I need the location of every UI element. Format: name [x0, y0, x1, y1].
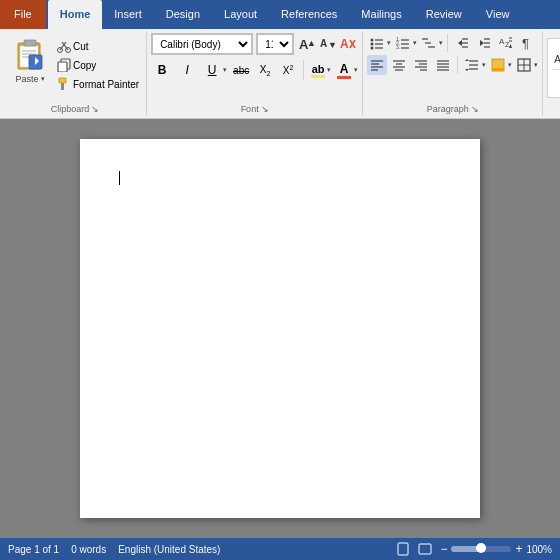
strikethrough-button[interactable]: abc — [230, 59, 252, 81]
svg-rect-15 — [61, 83, 64, 90]
svg-rect-82 — [398, 543, 408, 555]
svg-text:3.: 3. — [396, 44, 400, 50]
ribbon: Paste ▾ Cut — [0, 29, 560, 119]
underline-button[interactable]: U — [201, 59, 223, 81]
borders-dropdown[interactable]: ▾ — [534, 61, 538, 69]
styles-label: Styles — [547, 102, 560, 114]
sort-button[interactable]: A Z — [496, 33, 516, 53]
line-spacing-dropdown[interactable]: ▾ — [482, 61, 486, 69]
zoom-out[interactable]: − — [440, 542, 447, 556]
clipboard-small-buttons: Cut Copy Format Pain — [54, 33, 142, 93]
document-page[interactable] — [80, 139, 480, 518]
subscript-button[interactable]: X2 — [255, 60, 275, 80]
tab-design[interactable]: Design — [154, 0, 212, 29]
zoom-slider[interactable] — [451, 546, 511, 552]
justify-icon — [435, 57, 451, 73]
format-painter-button[interactable]: Format Painter — [54, 75, 142, 93]
bullets-dropdown[interactable]: ▾ — [387, 39, 391, 47]
svg-rect-74 — [492, 68, 504, 71]
tab-file[interactable]: File — [0, 0, 46, 29]
multilevel-button[interactable] — [419, 33, 439, 53]
borders-button[interactable] — [514, 55, 534, 75]
shading-dropdown[interactable]: ▾ — [508, 61, 512, 69]
multilevel-with-dropdown: ▾ — [419, 33, 443, 53]
numbering-with-dropdown: 1. 2. 3. ▾ — [393, 33, 417, 53]
align-right-button[interactable] — [411, 55, 431, 75]
sort-icon: A Z — [498, 35, 514, 51]
align-left-button[interactable] — [367, 55, 387, 75]
font-shrink-button[interactable]: A▼ — [318, 34, 336, 54]
font-size-select[interactable]: 11 — [257, 34, 293, 54]
paragraph-label: Paragraph ↘ — [367, 102, 538, 114]
decrease-indent-button[interactable] — [452, 33, 472, 53]
svg-point-27 — [371, 47, 374, 50]
font-expand-icon[interactable]: ↘ — [261, 104, 269, 114]
tab-insert[interactable]: Insert — [102, 0, 154, 29]
svg-text:A: A — [340, 37, 349, 51]
font-color-button[interactable]: A — [334, 61, 354, 80]
view-mode-print[interactable] — [396, 542, 410, 556]
cut-button[interactable]: Cut — [54, 37, 142, 55]
tab-references[interactable]: References — [269, 0, 349, 29]
highlight-button[interactable]: ab — [309, 62, 327, 79]
underline-with-dropdown: U ▾ — [201, 59, 227, 81]
font-group: Calibri (Body) 11 A▲ A▼ — [147, 31, 363, 116]
paste-dropdown-arrow[interactable]: ▾ — [41, 75, 45, 83]
borders-icon — [516, 57, 532, 73]
bold-button[interactable]: B — [151, 59, 173, 81]
paste-icon — [14, 37, 46, 73]
zoom-in[interactable]: + — [515, 542, 522, 556]
justify-button[interactable] — [433, 55, 453, 75]
svg-text:▼: ▼ — [328, 40, 335, 50]
svg-text:Z: Z — [505, 41, 510, 48]
copy-label: Copy — [73, 60, 96, 71]
tab-view[interactable]: View — [474, 0, 522, 29]
numbering-dropdown[interactable]: ▾ — [413, 39, 417, 47]
font-color-bar — [337, 76, 351, 79]
para-row-2: ▾ ▾ — [367, 55, 538, 75]
clipboard-expand-icon[interactable]: ↘ — [91, 104, 99, 114]
tab-mailings[interactable]: Mailings — [349, 0, 413, 29]
clear-formatting-button[interactable]: A — [339, 34, 357, 54]
document-area[interactable] — [0, 119, 560, 538]
paste-button[interactable]: Paste ▾ — [8, 33, 52, 88]
underline-dropdown[interactable]: ▾ — [223, 66, 227, 74]
paragraph-expand-icon[interactable]: ↘ — [471, 104, 479, 114]
show-hide-button[interactable]: ¶ — [518, 33, 538, 53]
numbering-button[interactable]: 1. 2. 3. — [393, 33, 413, 53]
tab-review[interactable]: Review — [414, 0, 474, 29]
normal-style-swatch[interactable]: AaBbCcD Normal — [547, 38, 560, 98]
format-painter-label: Format Painter — [73, 79, 139, 90]
highlight-dropdown[interactable]: ▾ — [327, 66, 331, 74]
svg-text:▲: ▲ — [307, 38, 314, 48]
tab-layout[interactable]: Layout — [212, 0, 269, 29]
increase-indent-button[interactable] — [474, 33, 494, 53]
align-left-icon — [369, 57, 385, 73]
status-right: − + 100% — [396, 542, 552, 556]
svg-point-25 — [371, 43, 374, 46]
font-name-select[interactable]: Calibri (Body) — [152, 34, 252, 54]
font-label: Font ↘ — [151, 102, 358, 114]
status-left: Page 1 of 1 0 words English (United Stat… — [8, 544, 220, 555]
svg-marker-50 — [509, 44, 512, 48]
italic-button[interactable]: I — [176, 59, 198, 81]
font-color-dropdown[interactable]: ▾ — [354, 66, 358, 74]
separator — [303, 60, 304, 80]
bullets-button[interactable] — [367, 33, 387, 53]
tab-home[interactable]: Home — [48, 0, 103, 29]
line-spacing-button[interactable] — [462, 55, 482, 75]
separator2 — [447, 34, 448, 52]
font-format-row: B I U ▾ abc — [151, 59, 358, 81]
line-spacing-with-dropdown: ▾ — [462, 55, 486, 75]
highlight-color-bar — [311, 75, 325, 78]
borders-with-dropdown: ▾ — [514, 55, 538, 75]
view-mode-web[interactable] — [418, 542, 432, 556]
shading-button[interactable] — [488, 55, 508, 75]
superscript-button[interactable]: X2 — [278, 60, 298, 80]
zoom-controls: − + 100% — [440, 542, 552, 556]
cut-label: Cut — [73, 41, 89, 52]
copy-button[interactable]: Copy — [54, 56, 142, 74]
font-grow-button[interactable]: A▲ — [297, 34, 315, 54]
multilevel-dropdown[interactable]: ▾ — [439, 39, 443, 47]
align-center-button[interactable] — [389, 55, 409, 75]
